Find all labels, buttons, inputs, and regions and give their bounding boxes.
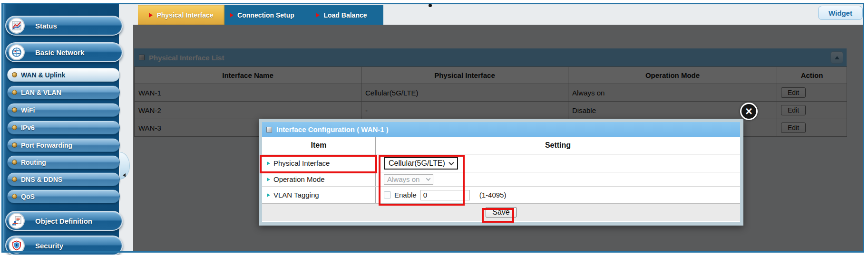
close-button[interactable]: × (740, 103, 758, 120)
sidebar-item-label: Object Definition (35, 217, 92, 225)
item-label: VLAN Tagging (273, 191, 319, 199)
widget-button[interactable]: Widget (818, 6, 863, 20)
item-label: Operation Mode (273, 175, 325, 183)
operation-mode-select: Always on (384, 174, 433, 185)
setting-column-header: Setting (376, 137, 740, 154)
teal-arrow-icon (267, 161, 270, 165)
gold-bullet-icon (12, 125, 17, 130)
flowchart-icon (9, 213, 25, 229)
item-column-header: Item (262, 137, 376, 154)
select-value: Always on (387, 175, 419, 183)
line-chart-icon (9, 18, 25, 34)
modal-title: Interface Configuration ( WAN-1 ) (276, 125, 389, 133)
sidebar-item-label: Status (35, 22, 57, 30)
sidebar-item-label: Routing (21, 159, 46, 166)
tab-physical-interface[interactable]: Physical Interface (138, 5, 224, 25)
physical-interface-select[interactable]: Cellular(5G/LTE) (384, 157, 458, 170)
sidebar-item-label: WiFi (21, 106, 35, 114)
enable-label: Enable (394, 191, 417, 199)
tab-bar: Physical Interface Connection Setup Load… (138, 5, 383, 25)
red-arrow-icon (149, 13, 153, 18)
gold-bullet-icon (12, 142, 17, 148)
shield-icon (9, 237, 25, 254)
globe-icon (9, 44, 25, 60)
tab-connection-setup[interactable]: Connection Setup (224, 5, 300, 25)
screen-dot (429, 4, 432, 7)
sidebar-item-port-forwarding[interactable]: Port Forwarding (7, 138, 120, 152)
sidebar-item-label: LAN & VLAN (21, 89, 61, 96)
sidebar-item-object-definition[interactable]: Object Definition (5, 211, 123, 231)
sidebar-item-wan-uplink[interactable]: WAN & Uplink (7, 68, 120, 82)
chevron-down-icon (449, 160, 454, 165)
modal-table-header: Item Setting (262, 137, 740, 154)
save-button[interactable]: Save (486, 207, 516, 217)
sidebar-item-label: DNS & DDNS (21, 176, 62, 183)
vlan-id-input[interactable] (420, 190, 470, 200)
sidebar-item-lan-vlan[interactable]: LAN & VLAN (7, 85, 120, 99)
sidebar-item-wifi[interactable]: WiFi (7, 103, 120, 117)
gold-bullet-icon (12, 72, 17, 77)
sidebar-item-label: Port Forwarding (21, 142, 72, 149)
vlan-enable-checkbox[interactable] (384, 191, 391, 198)
sidebar-item-qos[interactable]: QoS (7, 189, 120, 203)
physical-interface-row: Physical Interface Cellular(5G/LTE) (262, 154, 740, 172)
sidebar-item-ipv6[interactable]: IPv6 (7, 121, 120, 134)
chevron-left-icon (123, 173, 126, 177)
chevron-down-icon (426, 176, 431, 181)
gold-bullet-icon (12, 177, 17, 182)
modal-inner: Interface Configuration ( WAN-1 ) Item S… (262, 122, 740, 222)
sidebar-item-label: IPv6 (21, 124, 35, 132)
page-root: Status Basic Network WAN & Uplink LAN & … (0, 0, 868, 255)
tab-label: Physical Interface (156, 11, 213, 19)
sidebar-item-label: Basic Network (35, 48, 84, 57)
sidebar-item-status[interactable]: Status (5, 16, 123, 36)
sidebar-item-label: WAN & Uplink (21, 71, 65, 79)
select-value: Cellular(5G/LTE) (389, 159, 445, 168)
gold-bullet-icon (12, 90, 17, 95)
sidebar-item-label: QoS (21, 193, 35, 200)
red-arrow-icon (230, 13, 234, 18)
sidebar-item-basic-network[interactable]: Basic Network (5, 42, 123, 62)
sidebar-item-label: Security (35, 242, 63, 250)
gold-bullet-icon (12, 194, 17, 199)
teal-arrow-icon (267, 193, 270, 197)
operation-mode-row: Operation Mode Always on (262, 172, 740, 187)
item-label: Physical Interface (273, 159, 330, 167)
modal-header: Interface Configuration ( WAN-1 ) (262, 122, 740, 137)
sidebar-item-security[interactable]: Security (5, 236, 123, 255)
sidebar-item-routing[interactable]: Routing (7, 155, 120, 169)
vlan-range-hint: (1-4095) (479, 191, 507, 199)
gold-bullet-icon (12, 107, 17, 113)
tab-load-balance[interactable]: Load Balance (300, 5, 383, 25)
vlan-tagging-row: VLAN Tagging Enable (1-4095) (262, 187, 740, 203)
interface-configuration-modal: Interface Configuration ( WAN-1 ) Item S… (259, 119, 743, 226)
modal-footer: Save (262, 203, 740, 221)
sidebar: Status Basic Network WAN & Uplink LAN & … (3, 4, 119, 252)
gold-bullet-icon (12, 160, 17, 165)
teal-arrow-icon (267, 178, 270, 181)
red-arrow-icon (316, 13, 320, 18)
close-icon: × (745, 105, 752, 117)
panel-square-icon (266, 127, 272, 132)
tab-label: Load Balance (323, 11, 367, 19)
sidebar-item-dns-ddns[interactable]: DNS & DDNS (7, 172, 120, 186)
tab-label: Connection Setup (237, 11, 294, 19)
